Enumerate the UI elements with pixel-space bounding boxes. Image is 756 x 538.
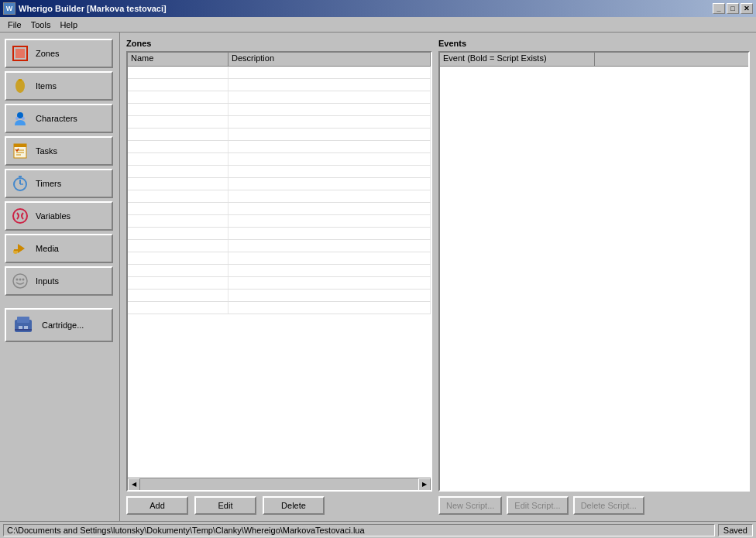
inputs-icon: [11, 272, 29, 290]
svg-rect-26: [24, 326, 28, 329]
menu-help[interactable]: Help: [55, 19, 82, 31]
scroll-left-arrow[interactable]: ◀: [128, 478, 140, 491]
menu-tools[interactable]: Tools: [26, 19, 56, 31]
table-row: [128, 104, 431, 116]
events-buttons: New Script... Edit Script... Delete Scri…: [438, 496, 750, 515]
events-panel-title: Events: [438, 39, 750, 48]
sidebar: Zones Items Characters: [0, 33, 120, 521]
items-label: Items: [36, 81, 57, 91]
svg-rect-8: [14, 144, 26, 147]
svg-rect-25: [19, 326, 22, 329]
sidebar-item-timers[interactable]: Timers: [5, 169, 113, 198]
cartridge-label: Cartridge...: [42, 320, 84, 330]
main-container: Zones Items Characters: [0, 33, 756, 521]
scroll-track[interactable]: [140, 478, 418, 490]
status-bar: C:\Documents and Settings\lutonsky\Dokum…: [0, 521, 756, 538]
menu-file[interactable]: File: [3, 19, 26, 31]
zones-panel-title: Zones: [126, 39, 432, 48]
edit-button[interactable]: Edit: [194, 496, 256, 515]
events-col-extra: [594, 53, 749, 66]
events-col-event: Event (Bold = Script Exists): [440, 53, 594, 66]
table-row: [128, 240, 431, 252]
menu-bar: File Tools Help: [0, 17, 756, 33]
content-area: Zones Name Description: [120, 33, 756, 521]
zones-col-desc: Description: [229, 53, 431, 66]
table-row: [128, 141, 431, 153]
svg-rect-27: [15, 329, 32, 331]
svg-point-6: [22, 117, 25, 120]
sidebar-item-media[interactable]: Media: [5, 234, 113, 263]
zones-table: Name Description: [126, 51, 432, 492]
svg-rect-3: [19, 79, 22, 81]
media-icon: [11, 239, 29, 258]
sidebar-item-inputs[interactable]: Inputs: [5, 266, 113, 296]
sidebar-item-cartridge[interactable]: Cartridge...: [5, 308, 113, 342]
table-row: [128, 178, 431, 190]
table-row: [128, 302, 431, 314]
table-row: [128, 228, 431, 240]
table-row: [128, 166, 431, 178]
media-label: Media: [36, 244, 59, 253]
sidebar-item-variables[interactable]: Variables: [5, 201, 113, 231]
cartridge-section: Cartridge...: [5, 308, 115, 342]
svg-rect-15: [19, 176, 22, 177]
zones-table-body[interactable]: [128, 67, 431, 478]
characters-label: Characters: [36, 114, 77, 123]
items-icon: [11, 77, 29, 95]
characters-icon: [11, 109, 29, 128]
restore-button[interactable]: □: [727, 3, 739, 14]
table-row: [128, 79, 431, 91]
delete-script-button[interactable]: Delete Script...: [573, 496, 644, 515]
sidebar-item-zones[interactable]: Zones: [5, 39, 113, 68]
svg-point-22: [22, 279, 25, 281]
title-bar-left: W Wherigo Builder [Markova testovaci]: [3, 2, 167, 15]
svg-rect-24: [17, 317, 29, 323]
svg-point-5: [15, 117, 19, 120]
delete-button[interactable]: Delete: [263, 496, 325, 515]
add-button[interactable]: Add: [126, 496, 188, 515]
zones-horizontal-scrollbar[interactable]: ◀ ▶: [128, 478, 431, 490]
app-icon: W: [3, 2, 15, 15]
variables-label: Variables: [36, 211, 70, 221]
table-row: [128, 91, 431, 104]
tasks-icon: [11, 142, 29, 160]
scroll-right-arrow[interactable]: ▶: [418, 478, 431, 491]
table-row: [128, 265, 431, 277]
edit-script-button[interactable]: Edit Script...: [507, 496, 568, 515]
tasks-label: Tasks: [36, 146, 57, 156]
title-bar: W Wherigo Builder [Markova testovaci] _ …: [0, 0, 756, 17]
svg-point-20: [16, 279, 19, 281]
minimize-button[interactable]: _: [713, 3, 725, 14]
table-row: [128, 67, 431, 79]
zones-panel: Zones Name Description: [126, 39, 432, 515]
sidebar-item-items[interactable]: Items: [5, 71, 113, 101]
svg-point-19: [13, 274, 27, 288]
svg-point-21: [19, 279, 22, 281]
svg-rect-18: [14, 249, 22, 251]
table-row: [128, 203, 431, 215]
inputs-label: Inputs: [36, 276, 59, 286]
table-row: [128, 215, 431, 228]
events-table-header: Event (Bold = Script Exists): [440, 53, 748, 67]
panels-row: Zones Name Description: [126, 39, 750, 515]
table-row: [128, 116, 431, 129]
events-panel: Events Event (Bold = Script Exists) New …: [438, 39, 750, 515]
table-row: [128, 290, 431, 302]
zones-col-name: Name: [128, 53, 229, 66]
zones-table-header: Name Description: [128, 53, 431, 67]
zones-buttons: Add Edit Delete: [126, 496, 432, 515]
table-row: [128, 252, 431, 265]
new-script-button[interactable]: New Script...: [438, 496, 502, 515]
table-row: [128, 277, 431, 290]
sidebar-item-tasks[interactable]: Tasks: [5, 136, 113, 166]
timers-label: Timers: [36, 179, 61, 188]
table-row: [128, 190, 431, 203]
cartridge-icon: [11, 313, 36, 338]
window-title: Wherigo Builder [Markova testovaci]: [19, 4, 167, 13]
sidebar-item-characters[interactable]: Characters: [5, 104, 113, 133]
table-row: [128, 129, 431, 141]
close-button[interactable]: ✕: [741, 3, 753, 14]
timers-icon: [11, 174, 29, 193]
variables-icon: [11, 207, 29, 225]
status-path: C:\Documents and Settings\lutonsky\Dokum…: [3, 524, 715, 536]
